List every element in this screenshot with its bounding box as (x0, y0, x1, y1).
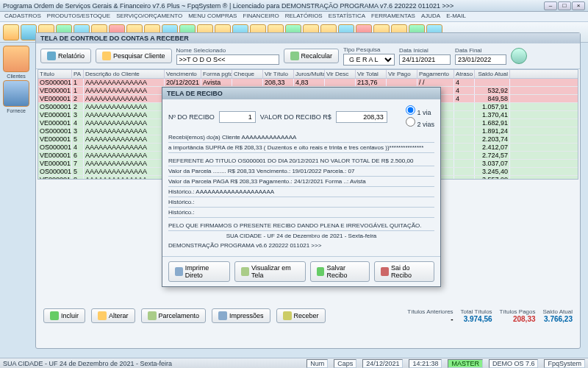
col-header[interactable]: Atraso (454, 70, 475, 78)
parcelamento-button[interactable]: Parcelamento (141, 308, 207, 323)
menu-servico[interactable]: SERVIÇO/ORÇAMENTO (116, 13, 182, 21)
bottom-buttons: Incluir Alterar Parcelamento Impressões … (40, 305, 576, 326)
status-num: Num (306, 359, 328, 368)
left-sidebar: Clientes Fornece (1, 44, 31, 113)
col-header[interactable]: Vlr Título (263, 70, 294, 78)
menubar: CADASTROS PRODUTOS/ESTOQUE SERVIÇO/ORÇAM… (0, 12, 588, 22)
col-header[interactable]: PA (72, 70, 84, 78)
t2-label: Total Títulos (461, 308, 492, 315)
t4-value: 3.766,23 (543, 315, 573, 323)
tb-icon[interactable] (3, 24, 19, 40)
tipo-select[interactable]: G E R A L (343, 54, 395, 66)
titlebar: Programa Ordem de Serviços Gerais & Fina… (0, 0, 588, 12)
status-demo: DEMO OS 7.6 (489, 359, 539, 368)
nome-input[interactable] (176, 54, 279, 65)
exit-icon (381, 267, 389, 276)
menu-financeiro[interactable]: FINANCEIRO (243, 13, 279, 21)
go-button[interactable] (511, 48, 527, 64)
totals: Títulos Anteriores- Total Títulos3.974,5… (407, 308, 573, 323)
col-header[interactable]: Vlr Total (356, 70, 387, 78)
col-header[interactable]: Vlr Desc (325, 70, 356, 78)
status-sys: FpqSystem (544, 359, 585, 368)
modal-line: Histórico.: AAAAAAAAAAAAAAAAAAAA (168, 187, 434, 197)
t3-label: Títulos Pagos (500, 308, 536, 315)
tb-icon[interactable] (21, 24, 37, 40)
num-input[interactable] (219, 111, 256, 123)
valor-label: VALOR DO RECIBO R$ (260, 113, 331, 121)
valor-input[interactable] (336, 111, 387, 123)
status-master: MASTER (448, 359, 483, 368)
modal-line: a importância SUPRA de R$ 208,33 ( Duzen… (168, 143, 434, 153)
menu-compras[interactable]: MENU COMPRAS (188, 13, 237, 21)
status-caps: Caps (334, 359, 356, 368)
menu-cadastros[interactable]: CADASTROS (4, 13, 41, 21)
modal-line: Valor da Parcela ........ R$ 208,33 Venc… (168, 166, 434, 177)
fornece-icon[interactable] (3, 80, 29, 107)
menu-estatistica[interactable]: ESTATÍSTICA (329, 13, 365, 21)
minimize-button[interactable]: – (544, 1, 557, 10)
col-header[interactable]: Vencimento (165, 70, 201, 78)
via2-radio[interactable]: 2 vias (406, 117, 434, 128)
col-header[interactable]: Juros/Multa (294, 70, 325, 78)
df-label: Data Final (455, 47, 506, 54)
data-inicial-field: Data Inicial (399, 47, 451, 65)
di-input[interactable] (399, 54, 451, 65)
salvar-button[interactable]: Salvar Recibo (310, 261, 370, 282)
data-final-field: Data Final (455, 47, 506, 65)
window-buttons: – □ × (544, 1, 585, 10)
imprime-button[interactable]: Imprime Direto (168, 261, 230, 282)
modal-line: Valor da Parcela PAGA R$ 208,33 Pagament… (168, 177, 434, 187)
df-input[interactable] (455, 54, 506, 65)
status-time: 14:21:38 (409, 359, 442, 368)
table-row[interactable]: OS0000011AAAAAAAAAAAAAA20/12/2021Avista2… (38, 79, 578, 87)
print-icon (175, 267, 183, 276)
menu-ferramentas[interactable]: FERRAMENTAS (371, 13, 415, 21)
modal-line: Histórico.: (168, 197, 434, 208)
col-header[interactable]: Saldo Atual (475, 70, 510, 78)
modal-line: Histórico.: (168, 208, 434, 218)
close-button[interactable]: × (572, 1, 585, 10)
menu-ajuda[interactable]: AJUDA (421, 13, 440, 21)
fornece-label: Fornece (1, 108, 31, 113)
sair-button[interactable]: Sai do Recibo (374, 261, 434, 282)
menu-relatorios[interactable]: RELATÓRIOS (285, 13, 323, 21)
nome-label: Nome Selecionado (176, 47, 279, 54)
modal-line: Recebi(emos) do(a) Cliente AAAAAAAAAAAAA… (168, 132, 434, 143)
pesquisar-cliente-button[interactable]: Pesquisar Cliente (96, 49, 172, 63)
maximize-button[interactable]: □ (558, 1, 571, 10)
col-header[interactable]: Vlr Pago (387, 70, 417, 78)
status-left: SUA CIDADE - UF 24 de Dezembro de 2021 -… (3, 360, 172, 367)
col-header[interactable]: Pagamento (417, 70, 454, 78)
via1-radio[interactable]: 1 via (406, 105, 434, 116)
report-icon (47, 52, 56, 60)
check-icon (317, 267, 325, 276)
num-label: Nº DO RECIBO (168, 113, 215, 121)
col-header[interactable]: Forma pgto (201, 70, 232, 78)
modal-line: SUA CIDADE - UF 24 de Dezembro de 2021 -… (168, 231, 434, 241)
clientes-icon[interactable] (3, 46, 29, 72)
clientes-label: Clientes (1, 74, 31, 79)
alterar-button[interactable]: Alterar (91, 308, 135, 323)
window-title: Programa Ordem de Serviços Gerais & Fina… (3, 2, 544, 10)
modal-line: PELO QUE FIRMAMOS O PRESENTE RECIBO DAND… (168, 221, 434, 231)
t4-label: Saldo Atual (543, 308, 573, 315)
relatorio-button[interactable]: Relatório (40, 49, 91, 63)
menu-email[interactable]: E-MAIL (446, 13, 466, 21)
col-header[interactable]: Descrição do Cliente (84, 70, 165, 78)
incluir-button[interactable]: Incluir (43, 308, 85, 323)
impressoes-button[interactable]: Impressões (212, 308, 270, 323)
grid-header: TítuloPADescrição do ClienteVencimentoFo… (38, 70, 578, 79)
col-header[interactable]: Cheque (232, 70, 263, 78)
panel-controls: Relatório Pesquisar Cliente Nome Selecio… (36, 43, 580, 69)
visualizar-button[interactable]: Visualizar em Tela (234, 261, 306, 282)
tipo-label: Tipo Pesquisa (343, 46, 395, 53)
menu-produtos[interactable]: PRODUTOS/ESTOQUE (47, 13, 110, 21)
recibo-modal: TELA DE RECIBO Nº DO RECIBO VALOR DO REC… (162, 87, 441, 287)
plus-icon (50, 311, 59, 320)
statusbar: SUA CIDADE - UF 24 de Dezembro de 2021 -… (0, 358, 588, 368)
recalc-icon (290, 52, 299, 60)
receber-button[interactable]: Receber (276, 308, 326, 323)
recalcular-button[interactable]: Recalcular (284, 49, 340, 63)
t2-value: 3.974,56 (461, 315, 492, 323)
col-header[interactable]: Título (38, 70, 72, 78)
